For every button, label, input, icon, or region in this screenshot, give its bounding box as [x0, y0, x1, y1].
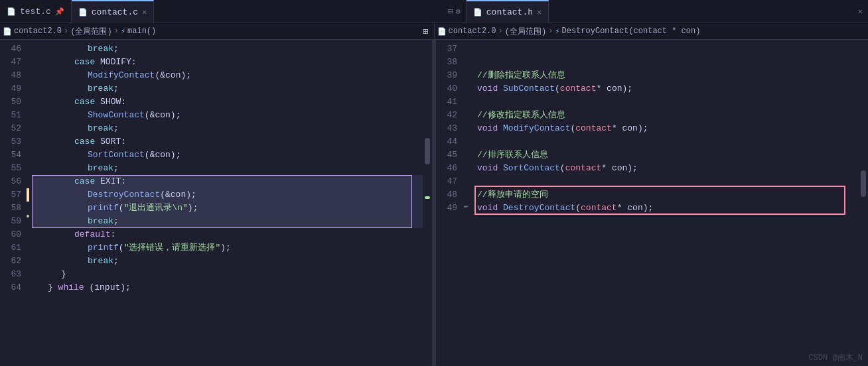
rcode-line-42: //修改指定联系人信息	[474, 109, 859, 122]
editor-main: 46 47 48 49 50 51 52 53 54 55 56 57 58 5…	[0, 40, 868, 366]
ln-57: 57	[3, 188, 21, 202]
left-scrollbar[interactable]	[423, 40, 432, 366]
code-line-54: SortContact(&con);	[32, 149, 423, 162]
ln-59: 59	[3, 215, 21, 228]
right-pane: 37 38 39 40 41 42 43 44 45 46 47 48 49 ✏	[436, 40, 868, 366]
rln-39: 39	[439, 69, 457, 82]
left-breadcrumb-function: ⚡	[121, 27, 125, 36]
green-marker	[27, 215, 29, 217]
right-line-numbers: 37 38 39 40 41 42 43 44 45 46 47 48 49	[436, 40, 463, 366]
ln-60: 60	[3, 228, 21, 241]
ln-52: 52	[3, 122, 21, 135]
code-line-47: case MODIFY:	[32, 56, 423, 69]
breadcrumb-sep1: ›	[64, 27, 68, 36]
left-gutter	[27, 40, 32, 366]
breadcrumb-row: 📄 contact2.0 › (全局范围) › ⚡ main() ⊞ 📄 con…	[0, 23, 868, 40]
rcode-line-40: void SubContact(contact* con);	[474, 82, 859, 95]
right-breadcrumb-file-icon: 📄	[437, 27, 447, 36]
tab-contact-c-icon: 📄	[78, 8, 88, 17]
rcode-line-48: //释放申请的空间	[474, 188, 859, 202]
rln-38: 38	[439, 56, 457, 69]
right-breadcrumb-scope[interactable]: contact2.0	[449, 27, 496, 36]
more-tabs-icon[interactable]: ⚙	[456, 7, 461, 17]
code-line-46: break;	[32, 42, 423, 56]
ln-53: 53	[3, 135, 21, 149]
rcode-line-46: void SortContact(contact* con);	[474, 162, 859, 175]
ln-63: 63	[3, 268, 21, 281]
left-breadcrumb-fn-label[interactable]: main()	[127, 27, 156, 36]
right-code-area[interactable]: 37 38 39 40 41 42 43 44 45 46 47 48 49 ✏	[436, 40, 868, 366]
ln-64: 64	[3, 281, 21, 294]
rln-49: 49	[439, 202, 457, 215]
tab-test-c-icon: 📄	[7, 7, 16, 16]
split-editor-icon[interactable]: ⊟	[448, 7, 453, 17]
tab-test-c[interactable]: 📄 test.c 📌	[0, 0, 72, 23]
tab-contact-h-label: contact.h	[486, 7, 533, 17]
rcode-line-39: //删除指定联系人信息	[474, 69, 859, 82]
rln-40: 40	[439, 82, 457, 95]
code-line-55: break;	[32, 162, 423, 175]
right-gutter: ✏	[463, 40, 474, 366]
tab-test-c-label: test.c	[20, 7, 51, 17]
breadcrumb-sep2: ›	[114, 27, 119, 36]
right-more-icon[interactable]: ✕	[858, 7, 868, 17]
tab-contact-h-close[interactable]: ✕	[537, 7, 542, 17]
right-code-content[interactable]: //删除指定联系人信息 void SubContact(contact* con…	[474, 40, 859, 366]
watermark: CSDN @南木_N	[808, 352, 863, 363]
left-breadcrumb-context[interactable]: (全局范围)	[70, 26, 111, 37]
rcode-line-45: //排序联系人信息	[474, 149, 859, 162]
code-line-48: ModifyContact(&con);	[32, 69, 423, 82]
ln-56: 56	[3, 175, 21, 188]
left-code-content[interactable]: break; case MODIFY: ModifyContact(&con);…	[32, 40, 423, 366]
tab-contact-c[interactable]: 📄 contact.c ✕	[72, 0, 154, 23]
rln-42: 42	[439, 109, 457, 122]
rcode-line-38	[474, 56, 859, 69]
left-tab-spacer: ⊟ ⚙	[154, 7, 466, 17]
left-scrollbar-thumb[interactable]	[425, 138, 430, 164]
code-line-63: }	[32, 268, 423, 281]
ln-48: 48	[3, 69, 21, 82]
ln-47: 47	[3, 56, 21, 69]
rcode-line-47	[474, 175, 859, 188]
code-line-60: default:	[32, 228, 423, 241]
ln-62: 62	[3, 255, 21, 268]
ln-55: 55	[3, 162, 21, 175]
ln-61: 61	[3, 241, 21, 255]
left-breadcrumb: 📄 contact2.0 › (全局范围) › ⚡ main() ⊞	[0, 23, 434, 39]
code-line-59: break;	[32, 215, 423, 228]
rln-43: 43	[439, 122, 457, 135]
right-breadcrumb-context[interactable]: (全局范围)	[505, 26, 546, 37]
split-icon[interactable]: ⊞	[423, 26, 428, 37]
ln-50: 50	[3, 95, 21, 109]
code-line-53: case SORT:	[32, 135, 423, 149]
tab-contact-h-icon: 📄	[473, 8, 482, 17]
rcode-line-37	[474, 42, 859, 56]
breadcrumb-sep4: ›	[548, 27, 553, 36]
left-line-numbers: 46 47 48 49 50 51 52 53 54 55 56 57 58 5…	[0, 40, 27, 366]
breadcrumb-file-icon: 📄	[3, 27, 12, 36]
rln-48: 48	[439, 188, 457, 202]
right-breadcrumb-fn-label[interactable]: DestroyContact(contact * con)	[562, 27, 701, 36]
minimap-indicator	[425, 196, 430, 199]
right-scrollbar-thumb[interactable]	[861, 170, 866, 197]
ln-46: 46	[3, 42, 21, 56]
left-code-area[interactable]: 46 47 48 49 50 51 52 53 54 55 56 57 58 5…	[0, 40, 432, 366]
rln-44: 44	[439, 135, 457, 149]
code-line-56: case EXIT:	[32, 175, 423, 188]
rln-37: 37	[439, 42, 457, 56]
code-line-57: DestroyContact(&con);	[32, 188, 423, 202]
rcode-line-49: void DestroyContact(contact* con);	[474, 202, 859, 215]
pencil-icon: ✏	[464, 202, 469, 210]
left-breadcrumb-scope[interactable]: contact2.0	[14, 27, 62, 36]
tab-contact-c-close[interactable]: ✕	[142, 7, 147, 17]
tab-test-c-pin[interactable]: 📌	[55, 7, 64, 16]
code-line-51: ShowContact(&con);	[32, 109, 423, 122]
rln-46: 46	[439, 162, 457, 175]
right-scrollbar[interactable]	[859, 40, 868, 366]
tab-contact-h[interactable]: 📄 contact.h ✕	[467, 0, 549, 23]
code-line-61: printf("选择错误，请重新选择");	[32, 241, 423, 255]
code-line-62: break;	[32, 255, 423, 268]
rcode-line-44	[474, 135, 859, 149]
editor-container: 📄 test.c 📌 📄 contact.c ✕ ⊟ ⚙ 📄 contact.h…	[0, 0, 868, 366]
left-pane: 46 47 48 49 50 51 52 53 54 55 56 57 58 5…	[0, 40, 433, 366]
